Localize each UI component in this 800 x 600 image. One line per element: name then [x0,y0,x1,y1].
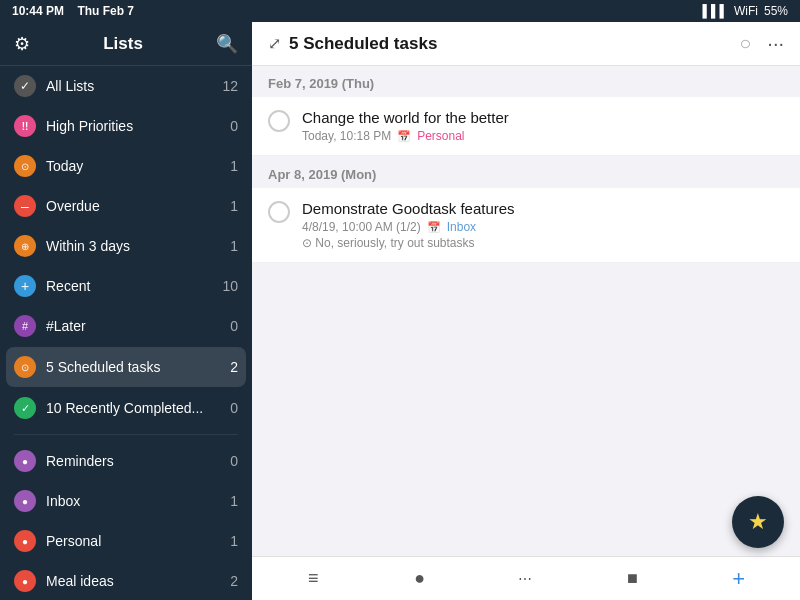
inbox-label: Inbox [46,493,230,509]
add-toolbar-btn[interactable]: + [719,559,759,599]
high-priorities-count: 0 [230,118,238,134]
task-meta: Today, 10:18 PM 📅 Personal [302,129,784,143]
task2-subtask: ⊙ No, seriously, try out subtasks [302,236,784,250]
status-right: ▌▌▌ WiFi 55% [702,4,788,18]
today-count: 1 [230,158,238,174]
sidebar-item-overdue[interactable]: – Overdue 1 [0,186,252,226]
within3days-label: Within 3 days [46,238,230,254]
sidebar-item-meal-ideas[interactable]: ● Meal ideas 2 [0,561,252,600]
recently-completed-count: 0 [230,400,238,416]
sidebar-item-later[interactable]: # #Later 0 [0,306,252,346]
status-time: 10:44 PM [12,4,64,18]
sidebar: ⚙ Lists 🔍 ✓ All Lists 12 !! High Priorit… [0,22,252,600]
personal-label: Personal [46,533,230,549]
task-sections: Feb 7, 2019 (Thu) Change the world for t… [252,66,800,556]
content-area: ⤢ 5 Scheduled tasks ○ ··· Feb 7, 2019 (T… [252,22,800,600]
content-header-left: ⤢ 5 Scheduled tasks [268,34,437,54]
sidebar-items-list: ✓ All Lists 12 !! High Priorities 0 ⊙ To… [0,66,252,600]
dots-toolbar-btn[interactable]: ⋯ [506,559,546,599]
recently-completed-label: 10 Recently Completed... [46,400,230,416]
sidebar-item-all-lists[interactable]: ✓ All Lists 12 [0,66,252,106]
reminders-label: Reminders [46,453,230,469]
later-count: 0 [230,318,238,334]
inbox-count: 1 [230,493,238,509]
overdue-count: 1 [230,198,238,214]
task-checkbox[interactable] [268,110,290,132]
square-toolbar-btn[interactable]: ■ [612,559,652,599]
sidebar-item-inbox[interactable]: ● Inbox 1 [0,481,252,521]
fab-button[interactable]: ★ [732,496,784,548]
today-icon: ⊙ [14,155,36,177]
sidebar-header: ⚙ Lists 🔍 [0,22,252,66]
all-lists-icon: ✓ [14,75,36,97]
sidebar-item-recently-completed[interactable]: ✓ 10 Recently Completed... 0 [0,388,252,428]
sidebar-item-personal[interactable]: ● Personal 1 [0,521,252,561]
task-item-2[interactable]: Demonstrate Goodtask features 4/8/19, 10… [252,188,800,263]
signal-icon: ▌▌▌ [702,4,728,18]
star-icon: ★ [748,509,768,535]
sidebar-item-within-3-days[interactable]: ⊕ Within 3 days 1 [0,226,252,266]
status-day: Thu Feb 7 [77,4,134,18]
personal-icon: ● [14,530,36,552]
within3days-icon: ⊕ [14,235,36,257]
overdue-label: Overdue [46,198,230,214]
wifi-icon: WiFi [734,4,758,18]
settings-icon[interactable]: ⚙ [14,33,30,55]
recent-label: Recent [46,278,222,294]
content-header-actions: ○ ··· [739,32,784,55]
meal-ideas-count: 2 [230,573,238,589]
all-lists-count: 12 [222,78,238,94]
scheduled-label: 5 Scheduled tasks [46,359,230,375]
task-item[interactable]: Change the world for the better Today, 1… [252,97,800,156]
expand-icon[interactable]: ⤢ [268,34,281,53]
calendar2-icon: 📅 [427,221,441,234]
task2-tag: Inbox [447,220,476,234]
battery-status: 55% [764,4,788,18]
high-priorities-icon: !! [14,115,36,137]
task-title: Change the world for the better [302,109,784,126]
overdue-icon: – [14,195,36,217]
more-options-icon[interactable]: ··· [767,32,784,55]
reminders-count: 0 [230,453,238,469]
sidebar-item-reminders[interactable]: ● Reminders 0 [0,441,252,481]
task2-time: 4/8/19, 10:00 AM (1/2) [302,220,421,234]
circle-icon[interactable]: ○ [739,32,751,55]
content-header: ⤢ 5 Scheduled tasks ○ ··· [252,22,800,66]
bottom-toolbar: ≡ ● ⋯ ■ + [252,556,800,600]
inbox-icon: ● [14,490,36,512]
section-header-apr8: Apr 8, 2019 (Mon) [252,157,800,188]
meal-ideas-label: Meal ideas [46,573,230,589]
search-icon[interactable]: 🔍 [216,33,238,55]
meal-ideas-icon: ● [14,570,36,592]
task2-checkbox[interactable] [268,201,290,223]
later-label: #Later [46,318,230,334]
scheduled-count: 2 [230,359,238,375]
reminders-icon: ● [14,450,36,472]
personal-count: 1 [230,533,238,549]
recently-completed-icon: ✓ [14,397,36,419]
sidebar-item-scheduled-tasks[interactable]: ⊙ 5 Scheduled tasks 2 [6,347,246,387]
scheduled-icon: ⊙ [14,356,36,378]
task-content: Change the world for the better Today, 1… [302,109,784,143]
section-header-feb7: Feb 7, 2019 (Thu) [252,66,800,97]
today-label: Today [46,158,230,174]
app-body: ⚙ Lists 🔍 ✓ All Lists 12 !! High Priorit… [0,22,800,600]
task2-title: Demonstrate Goodtask features [302,200,784,217]
recent-count: 10 [222,278,238,294]
status-bar: 10:44 PM Thu Feb 7 ▌▌▌ WiFi 55% [0,0,800,22]
sidebar-item-today[interactable]: ⊙ Today 1 [0,146,252,186]
content-title: 5 Scheduled tasks [289,34,437,54]
later-icon: # [14,315,36,337]
sidebar-title: Lists [103,34,143,54]
task2-content: Demonstrate Goodtask features 4/8/19, 10… [302,200,784,250]
calendar-icon: 📅 [397,130,411,143]
task-time: Today, 10:18 PM [302,129,391,143]
all-lists-label: All Lists [46,78,222,94]
dot-toolbar-btn[interactable]: ● [400,559,440,599]
sidebar-item-high-priorities[interactable]: !! High Priorities 0 [0,106,252,146]
high-priorities-label: High Priorities [46,118,230,134]
task-tag: Personal [417,129,464,143]
menu-toolbar-btn[interactable]: ≡ [293,559,333,599]
sidebar-item-recent[interactable]: + Recent 10 [0,266,252,306]
sidebar-divider [14,434,238,435]
